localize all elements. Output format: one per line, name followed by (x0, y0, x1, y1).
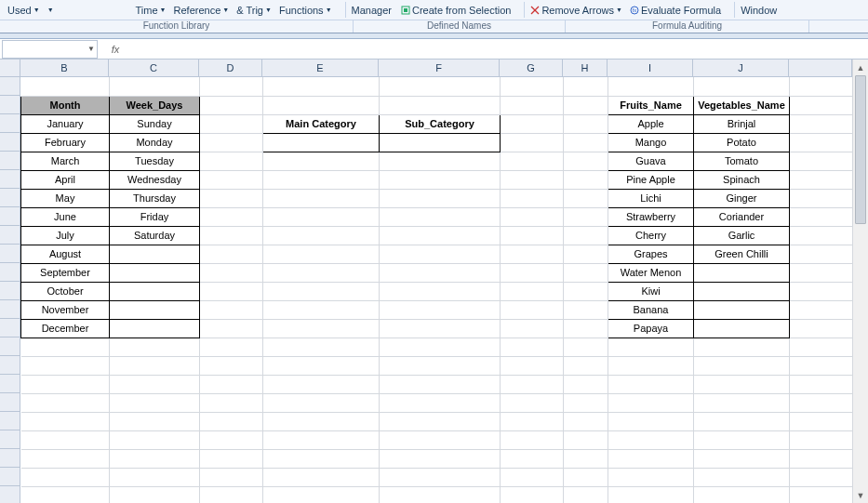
cell[interactable] (501, 189, 564, 207)
cell[interactable] (380, 468, 501, 486)
cell[interactable] (263, 338, 380, 356)
cell[interactable] (501, 152, 564, 170)
cell[interactable] (263, 412, 380, 430)
cell[interactable] (200, 319, 263, 338)
cell[interactable] (790, 189, 853, 207)
cell[interactable] (564, 430, 608, 449)
ribbon-reference-dropdown[interactable]: Reference▼ (174, 0, 230, 20)
col-header-c[interactable]: C (109, 60, 199, 77)
cell[interactable] (501, 77, 564, 96)
cell[interactable] (694, 300, 790, 319)
row-header[interactable] (0, 449, 20, 468)
row-header[interactable] (0, 189, 20, 207)
cell[interactable] (263, 170, 380, 189)
cell[interactable]: December (21, 319, 110, 338)
cell[interactable] (501, 245, 564, 263)
cell[interactable] (608, 468, 694, 486)
scroll-up-arrow[interactable]: ▲ (853, 60, 868, 75)
cell[interactable] (564, 96, 608, 114)
cell[interactable] (790, 226, 853, 245)
cell[interactable] (694, 430, 790, 449)
cell[interactable] (564, 356, 608, 375)
cell[interactable] (263, 245, 380, 263)
cell[interactable] (21, 338, 110, 356)
cell[interactable] (501, 319, 564, 338)
cell[interactable]: Sub_Category (380, 114, 501, 133)
col-header-d[interactable]: D (199, 60, 262, 77)
cell[interactable] (564, 375, 608, 393)
cell[interactable] (564, 114, 608, 133)
row-header[interactable] (0, 486, 20, 503)
cell[interactable] (564, 226, 608, 245)
cell[interactable] (380, 77, 501, 96)
cell[interactable] (380, 430, 501, 449)
cell[interactable] (200, 375, 263, 393)
cell[interactable] (380, 486, 501, 503)
cell[interactable] (608, 412, 694, 430)
cell[interactable] (200, 96, 263, 114)
cell[interactable] (263, 226, 380, 245)
ribbon-time-dropdown[interactable]: Time▼ (136, 0, 167, 20)
cell[interactable] (263, 468, 380, 486)
cell[interactable]: Green Chilli (694, 245, 790, 263)
cell[interactable] (380, 96, 501, 114)
cell[interactable] (110, 393, 200, 412)
cell[interactable] (200, 77, 263, 96)
col-header-b[interactable]: B (20, 60, 109, 77)
cell[interactable] (608, 393, 694, 412)
row-header[interactable] (0, 319, 20, 338)
cell[interactable] (694, 338, 790, 356)
formula-input[interactable] (124, 40, 868, 59)
cell[interactable] (200, 430, 263, 449)
cell[interactable] (380, 412, 501, 430)
cell[interactable] (694, 393, 790, 412)
row-header[interactable] (0, 114, 20, 133)
select-all-corner[interactable] (0, 60, 20, 77)
cell[interactable] (608, 449, 694, 468)
cell[interactable] (790, 282, 853, 300)
row-header[interactable] (0, 152, 20, 170)
cell[interactable] (263, 486, 380, 503)
cell[interactable]: Papaya (608, 319, 694, 338)
cell[interactable] (21, 449, 110, 468)
cell[interactable] (564, 77, 608, 96)
cell[interactable] (564, 152, 608, 170)
cell[interactable] (564, 263, 608, 282)
cell[interactable] (380, 393, 501, 412)
cell[interactable] (790, 77, 853, 96)
cell[interactable] (21, 356, 110, 375)
col-header-h[interactable]: H (563, 60, 608, 77)
cell[interactable] (263, 393, 380, 412)
cell[interactable] (608, 486, 694, 503)
cell[interactable] (200, 152, 263, 170)
cell[interactable]: Strawberry (608, 207, 694, 226)
fx-icon[interactable]: fx (107, 44, 124, 55)
cell[interactable] (501, 486, 564, 503)
cell[interactable] (694, 263, 790, 282)
cell[interactable] (263, 207, 380, 226)
cell[interactable]: Brinjal (694, 114, 790, 133)
cell[interactable] (21, 375, 110, 393)
cell[interactable] (608, 430, 694, 449)
cell[interactable] (564, 468, 608, 486)
cell[interactable]: Friday (110, 207, 200, 226)
cell[interactable]: Monday (110, 133, 200, 152)
row-header[interactable] (0, 170, 20, 189)
cell[interactable] (501, 393, 564, 412)
cell[interactable]: Mango (608, 133, 694, 152)
cell[interactable] (501, 338, 564, 356)
cell[interactable] (380, 226, 501, 245)
cell[interactable]: Sunday (110, 114, 200, 133)
cell[interactable] (200, 245, 263, 263)
cell[interactable]: Month (21, 96, 110, 114)
col-header-e[interactable]: E (262, 60, 379, 77)
cell[interactable] (380, 300, 501, 319)
col-header-j[interactable]: J (693, 60, 789, 77)
cell[interactable] (21, 393, 110, 412)
cell[interactable] (564, 170, 608, 189)
cell[interactable] (501, 114, 564, 133)
cell[interactable]: Ginger (694, 189, 790, 207)
cell[interactable] (694, 375, 790, 393)
cell[interactable]: July (21, 226, 110, 245)
cell[interactable] (263, 356, 380, 375)
